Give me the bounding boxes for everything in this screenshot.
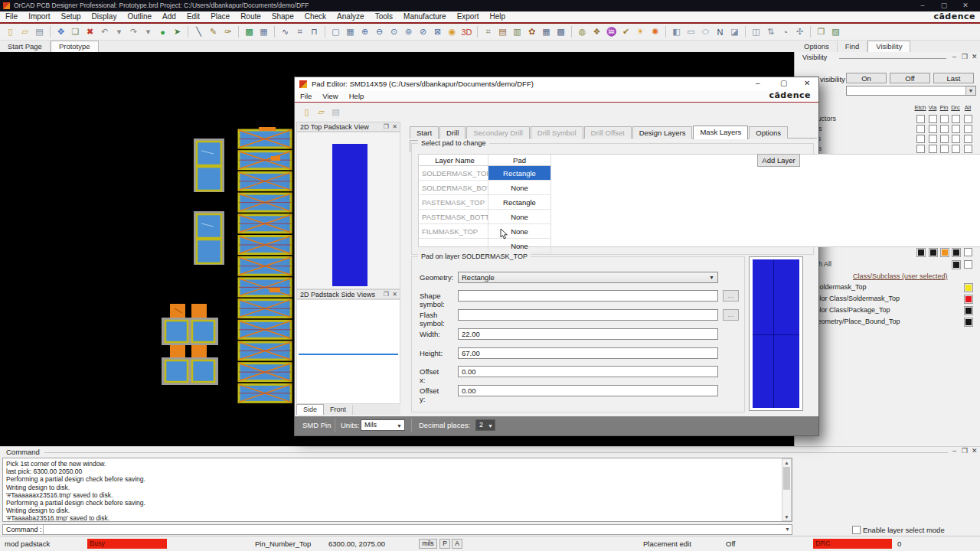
class-color-swatch[interactable] <box>964 306 973 315</box>
pin-icon[interactable]: ➤ <box>171 25 184 38</box>
dialog-minimize-icon[interactable]: – <box>756 79 760 87</box>
add-layer-button[interactable]: Add Layer <box>757 154 800 167</box>
tab-side[interactable]: Side <box>296 404 324 415</box>
cell-layer-name[interactable]: SOLDERMASK_BOTTOM <box>419 181 488 195</box>
visibility-checkbox[interactable] <box>952 115 960 123</box>
save-padstack-icon[interactable]: ▤ <box>329 106 342 119</box>
shape-copy-icon[interactable]: ✎ <box>207 25 220 38</box>
table-row[interactable]: PASTEMASK_BOTTOMNone <box>419 210 980 224</box>
flip-design-icon[interactable]: ◫ <box>750 25 763 38</box>
visibility-checkbox[interactable] <box>916 145 925 153</box>
visibility-checkbox[interactable] <box>940 145 949 153</box>
tab-front[interactable]: Front <box>324 405 353 415</box>
orbit-icon[interactable]: ⬭ <box>699 25 712 38</box>
close-icon[interactable]: ✕ <box>392 122 397 132</box>
cell-pad-value[interactable]: Rectangle 22.00x67.00 <box>488 166 551 181</box>
manufacture-icon[interactable]: ♒ <box>605 25 618 38</box>
menu-edit[interactable]: Edit <box>181 11 205 22</box>
field-input[interactable]: 0.00 <box>458 366 718 377</box>
class-color-swatch[interactable] <box>964 283 973 292</box>
visibility-checkbox[interactable] <box>952 135 960 143</box>
text-edit-icon[interactable]: ✑ <box>221 25 234 38</box>
app-minimize-icon[interactable]: – <box>914 0 931 11</box>
menu-import[interactable]: Import <box>23 11 55 22</box>
table-icon[interactable]: ▦ <box>344 25 357 38</box>
zoom-previous-icon[interactable]: ⊘ <box>416 25 430 38</box>
table-row[interactable]: SOLDERMASK_BOTTOMNone <box>419 181 980 195</box>
scrollbar-thumb[interactable] <box>783 467 790 490</box>
layer-swatch[interactable] <box>952 260 961 269</box>
field-input[interactable]: 0.00 <box>458 385 718 396</box>
cell-layer-name[interactable]: PASTEMASK_BOTTOM <box>419 210 488 224</box>
class-color-swatch[interactable] <box>964 318 973 327</box>
dialog-menu-help[interactable]: Help <box>344 91 370 102</box>
scroll-down-icon[interactable]: ▼ <box>782 514 791 520</box>
shape-select-icon[interactable]: ▦ <box>257 25 270 38</box>
snap-icon[interactable]: ◪ <box>728 25 741 38</box>
menu-manufacture[interactable]: Manufacture <box>398 11 452 22</box>
tab-options[interactable]: Options <box>796 41 838 52</box>
board-outline-icon[interactable]: ⌗ <box>293 25 306 38</box>
signal-icon[interactable]: ⊓ <box>308 25 321 38</box>
save-icon[interactable]: ▤ <box>33 25 46 38</box>
field-input[interactable] <box>458 290 718 302</box>
visibility-checkbox[interactable] <box>929 135 937 143</box>
menu-analyze[interactable]: Analyze <box>332 11 370 22</box>
copy-icon[interactable]: ❏ <box>69 25 82 38</box>
command-input[interactable] <box>46 525 773 534</box>
markup-pen-icon[interactable]: ✔ <box>619 25 632 38</box>
menu-setup[interactable]: Setup <box>55 11 86 22</box>
cell-layer-name[interactable] <box>419 239 488 253</box>
float-icon[interactable]: ❐ <box>384 290 389 299</box>
dialog-menu-file[interactable]: File <box>295 91 317 102</box>
visibility-checkbox[interactable] <box>916 115 925 123</box>
delete-icon[interactable]: ✖ <box>83 25 96 38</box>
zoom-world-icon[interactable]: ⊠ <box>431 25 444 38</box>
top-padstack-view[interactable] <box>296 132 400 289</box>
field-input[interactable] <box>458 309 718 321</box>
menu-export[interactable]: Export <box>452 11 485 22</box>
visibility-checkbox[interactable] <box>952 125 960 133</box>
visibility-checkbox[interactable] <box>929 145 937 153</box>
browse-button[interactable]: ... <box>723 309 739 321</box>
menu-help[interactable]: Help <box>485 11 511 22</box>
menu-shape[interactable]: Shape <box>266 11 299 22</box>
notes-icon[interactable]: N <box>714 25 727 38</box>
field-input[interactable]: 67.00 <box>458 347 718 359</box>
swap-layers-icon[interactable]: ✿ <box>525 25 538 38</box>
last-button[interactable]: Last <box>933 73 974 83</box>
dialog-maximize-icon[interactable]: ▢ <box>780 79 787 87</box>
layer-priority-icon[interactable]: ▥ <box>511 25 524 38</box>
dialog-close-icon[interactable]: ✕ <box>804 79 810 87</box>
float-icon[interactable]: ❐ <box>384 122 389 132</box>
scroll-up-icon[interactable]: ▲ <box>782 460 791 465</box>
properties-icon[interactable]: ❖ <box>590 25 603 38</box>
burst-icon[interactable]: ✺ <box>648 25 662 38</box>
report-icon[interactable]: ❐ <box>815 25 828 38</box>
panel-close-icon[interactable]: ✕ <box>972 53 978 60</box>
visibility-checkbox[interactable] <box>916 135 925 143</box>
frames-icon[interactable]: ▩ <box>554 25 567 38</box>
fix-icon[interactable]: ● <box>156 25 169 38</box>
browse-button[interactable]: ... <box>723 290 739 302</box>
command-minimize-icon[interactable]: – <box>952 447 956 455</box>
side-padstack-view[interactable] <box>296 299 400 404</box>
units-combo[interactable]: Mils ▼ <box>361 419 405 431</box>
grid-icon[interactable]: ⌗ <box>482 25 495 38</box>
unit-button-p[interactable]: P <box>439 539 450 549</box>
view-3d-icon[interactable]: 3D <box>460 25 473 38</box>
unit-button-a[interactable]: A <box>452 539 462 549</box>
tab-start[interactable]: Start <box>410 126 439 139</box>
cell-pad-value[interactable]: Rectangle 14.00x59.00 <box>488 195 551 210</box>
cell-pad-value[interactable]: None <box>488 210 551 224</box>
visibility-checkbox[interactable] <box>940 135 949 143</box>
spline-icon[interactable]: ∿ <box>279 25 292 38</box>
tab-visibility[interactable]: Visibility <box>867 41 910 52</box>
pan-left-icon[interactable]: ◧ <box>670 25 683 38</box>
on-button[interactable]: On <box>846 73 887 83</box>
console-log[interactable]: Pick 1st corner of the new window.last p… <box>2 458 792 522</box>
app-maximize-icon[interactable]: ▢ <box>936 0 952 11</box>
cell-pad-value[interactable]: None <box>488 224 551 239</box>
dialog-menu-view[interactable]: View <box>317 91 343 102</box>
visibility-checkbox[interactable] <box>916 125 925 133</box>
